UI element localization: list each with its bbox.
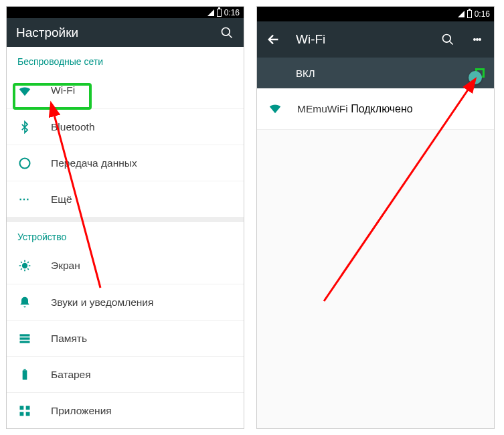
status-time: 0:16 <box>224 8 240 17</box>
row-label: Приложения <box>51 405 112 417</box>
row-label: Память <box>51 333 87 345</box>
svg-rect-4 <box>20 334 30 336</box>
wifi-state-bar: ВКЛ <box>257 58 494 88</box>
battery-icon <box>467 10 472 18</box>
svg-rect-9 <box>20 406 24 410</box>
row-label: Экран <box>51 260 80 272</box>
data-usage-icon <box>17 156 32 171</box>
section-header-device: Устройство <box>7 222 244 248</box>
section-divider <box>7 217 244 222</box>
svg-rect-7 <box>23 370 27 379</box>
row-sound[interactable]: Звуки и уведомления <box>7 284 244 320</box>
row-data-usage[interactable]: Передача данных <box>7 145 244 181</box>
wifi-icon <box>17 83 32 98</box>
signal-icon <box>458 11 465 17</box>
status-bar: 0:16 <box>7 7 244 18</box>
section-header-wireless: Беспроводные сети <box>7 47 244 72</box>
svg-line-15 <box>450 41 453 45</box>
svg-line-1 <box>229 34 232 37</box>
battery-icon <box>17 367 32 382</box>
row-apps[interactable]: Приложения <box>7 392 244 428</box>
row-wifi[interactable]: Wi-Fi <box>7 72 244 108</box>
row-display[interactable]: Экран <box>7 248 244 284</box>
network-status: Подключено <box>351 103 413 114</box>
wifi-icon <box>268 100 282 118</box>
svg-rect-6 <box>20 341 30 343</box>
more-icon: ⋯ <box>17 192 32 207</box>
row-label: Bluetooth <box>51 121 95 133</box>
svg-rect-12 <box>26 412 30 416</box>
battery-icon <box>217 9 222 17</box>
row-label: Батарея <box>51 369 91 381</box>
search-icon[interactable] <box>440 32 455 47</box>
row-label: Wi-Fi <box>51 84 75 96</box>
overflow-menu-icon[interactable] <box>470 32 485 47</box>
svg-point-3 <box>22 263 27 268</box>
appbar: Настройки <box>7 18 244 47</box>
highlight-toggle <box>475 68 485 78</box>
appbar: Wi-Fi <box>257 21 494 58</box>
svg-rect-10 <box>26 406 30 410</box>
row-label: Звуки и уведомления <box>51 296 153 309</box>
row-label: Ещё <box>51 193 72 205</box>
wifi-screen: 0:16 Wi-Fi ВКЛ MEmuWiFi Подключено <box>256 6 495 429</box>
svg-point-0 <box>222 27 230 35</box>
svg-rect-8 <box>23 369 25 370</box>
status-time: 0:16 <box>475 9 490 19</box>
page-title: Настройки <box>16 25 205 40</box>
bluetooth-icon <box>17 120 32 135</box>
svg-point-2 <box>20 158 30 168</box>
device-list: Экран Звуки и уведомления Память Батарея… <box>7 248 244 428</box>
svg-point-14 <box>443 35 451 43</box>
network-row[interactable]: MEmuWiFi Подключено <box>257 88 494 130</box>
apps-icon <box>17 404 32 418</box>
row-storage[interactable]: Память <box>7 320 244 356</box>
bell-icon <box>17 295 32 310</box>
signal-icon <box>207 9 214 16</box>
network-name: MEmuWiFi <box>297 103 348 114</box>
settings-screen: 0:16 Настройки Беспроводные сети Wi-Fi B… <box>6 6 244 429</box>
wifi-state-label: ВКЛ <box>296 68 475 79</box>
page-title: Wi-Fi <box>296 32 426 47</box>
display-icon <box>17 258 32 273</box>
wireless-list: Wi-Fi Bluetooth Передача данных ⋯ Ещё <box>7 72 244 217</box>
svg-rect-11 <box>20 412 24 416</box>
back-icon[interactable] <box>266 32 281 47</box>
row-label: Передача данных <box>51 157 137 169</box>
status-bar: 0:16 <box>257 7 494 21</box>
storage-icon <box>17 331 32 346</box>
svg-rect-5 <box>20 337 30 339</box>
row-bluetooth[interactable]: Bluetooth <box>7 108 244 145</box>
row-battery[interactable]: Батарея <box>7 356 244 392</box>
row-more[interactable]: ⋯ Ещё <box>7 181 244 217</box>
search-icon[interactable] <box>220 25 234 40</box>
